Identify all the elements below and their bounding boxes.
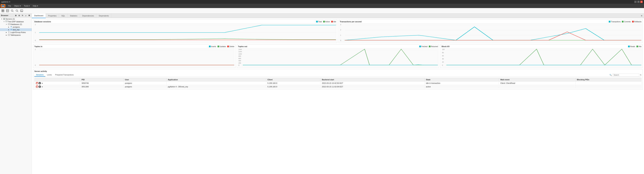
tuples-out-legend: Fetched Returned — [419, 46, 438, 48]
toolbar-terminal-btn[interactable] — [20, 8, 24, 13]
toolbar-table-btn[interactable] — [5, 8, 10, 13]
tab-sql[interactable]: SQL — [59, 14, 68, 18]
row-1-pid: 3050746 — [80, 82, 124, 85]
minimize-button[interactable]: — — [634, 1, 636, 3]
browser-terminal-btn[interactable]: ⌘ — [28, 14, 31, 17]
tab-statistics[interactable]: Statistics — [68, 14, 80, 18]
activity-tab-sessions[interactable]: Sessions — [34, 73, 45, 76]
browser-search-btn[interactable]: ⌕ — [24, 14, 27, 17]
block-io-chart: 100 80 60 40 20 0 — [442, 48, 642, 66]
toolbar-search-btn[interactable] — [15, 8, 19, 13]
close-button[interactable]: ✕ — [640, 1, 643, 3]
menu-help[interactable]: Help ▾ — [31, 4, 40, 8]
toolbar-query-btn[interactable] — [10, 8, 14, 13]
block-io-legend: Reads Hits — [628, 46, 642, 48]
tab-dependencies[interactable]: Dependencies — [80, 14, 96, 18]
legend-rollbacks-dot — [632, 21, 634, 22]
legend-returned: Returned — [429, 46, 438, 48]
databases-label: Databases (2) — [10, 23, 22, 25]
tree-servers[interactable]: ▼ Servers (1) — [0, 18, 32, 20]
svg-point-22 — [6, 21, 7, 22]
tree-test-erp-db[interactable]: ▶ test_erp — [0, 28, 32, 31]
row-1-user: postgres — [124, 82, 166, 85]
row-2-expand-btn[interactable]: ▶ — [41, 86, 44, 88]
sessions-table-head: PID User Application Client Backend star… — [34, 78, 642, 82]
row-1-expand-btn[interactable]: ▶ — [41, 82, 44, 84]
row-1-actions: ⬤ ■ ▶ — [34, 82, 80, 85]
row-1-application — [166, 82, 266, 85]
activity-search-area: 🔍 ↻ — [610, 74, 642, 76]
legend-hits: Hits — [636, 46, 642, 48]
yaxis-ti0: 0 — [35, 64, 39, 66]
legend-total: Total — [316, 21, 322, 23]
col-state: State — [424, 78, 499, 82]
svg-point-26 — [8, 32, 10, 32]
row-1-cancel-btn[interactable]: ■ — [38, 82, 41, 84]
col-actions — [34, 78, 80, 82]
activity-tab-prepared-tx[interactable]: Prepared Transactions — [53, 73, 75, 76]
col-user: User — [124, 78, 166, 82]
transactions-panel: Transactions per second Transactions Com… — [338, 20, 643, 43]
activity-tab-locks[interactable]: Locks — [45, 73, 54, 76]
db-sessions-yaxis: 2 1 0 — [34, 24, 39, 42]
tuples-in-panel: Tuples in Inserts Updates — [33, 44, 236, 68]
tuples-in-header: Tuples in Inserts Updates — [34, 46, 234, 48]
tuples-out-header: Tuples out Fetched Returned — [238, 46, 438, 48]
row-1-terminate-btn[interactable]: ⬤ — [36, 82, 38, 84]
svg-rect-4 — [2, 11, 3, 12]
db-sessions-plot — [39, 24, 336, 42]
legend-reads-label: Reads — [630, 46, 635, 48]
legend-hits-label: Hits — [639, 46, 642, 48]
tree-tablespaces[interactable]: ▶ Tablespaces — [0, 34, 32, 36]
db-sessions-panel: Database sessions Total Active — [33, 20, 337, 43]
activity-refresh-btn[interactable]: ↻ — [640, 74, 642, 76]
browser-expand-btn[interactable]: ⊞ — [14, 14, 17, 17]
legend-fetched-label: Fetched — [422, 46, 428, 48]
menu-tools[interactable]: Tools ▾ — [23, 4, 31, 8]
tab-dependents[interactable]: Dependents — [96, 14, 111, 18]
tree-test-erp[interactable]: ▼ Test ERP database — [0, 20, 32, 23]
tree-postgres[interactable]: ▶ postgres — [0, 26, 32, 28]
legend-rollbacks-label: Rollbacks — [634, 21, 642, 23]
menu-file[interactable]: File — [7, 4, 12, 7]
search-icon: 🔍 — [610, 74, 612, 76]
row-2-terminate-btn[interactable]: ⬤ — [36, 86, 38, 88]
app-title: pgAdmin 4 — [1, 1, 10, 3]
tuples-in-chart: 1 0 — [34, 48, 234, 66]
tree-databases[interactable]: ▼ Databases (2) — [0, 23, 32, 26]
toolbar — [0, 8, 644, 14]
row-2-application: pgAdmin 4 - DB:test_erp — [166, 85, 266, 88]
db-sessions-title: Database sessions — [34, 20, 51, 23]
servers-icon — [3, 18, 5, 20]
menu-object[interactable]: Object ▾ — [13, 4, 22, 8]
postgres-db-icon — [10, 26, 12, 28]
yaxis-ti1: 1 — [35, 48, 39, 50]
browser-collapse-btn[interactable]: ⊟ — [18, 14, 21, 17]
activity-search-input[interactable] — [612, 74, 639, 76]
test-erp-label: Test ERP database — [8, 20, 24, 23]
restore-button[interactable]: ❐ — [637, 1, 640, 3]
db-sessions-header: Database sessions Total Active — [34, 20, 336, 23]
svg-rect-6 — [6, 10, 9, 12]
login-roles-icon — [8, 31, 10, 34]
row-1-action-btns: ⬤ ■ ▶ — [36, 82, 79, 84]
toolbar-browser-btn[interactable] — [1, 8, 5, 13]
row-2-user: postgres — [124, 85, 166, 88]
toggle-databases: ▼ — [5, 23, 8, 25]
tab-dashboard[interactable]: Dashboard — [32, 14, 46, 18]
tuples-in-yaxis: 1 0 — [34, 48, 39, 66]
content-close-btn[interactable]: ✕ — [639, 14, 644, 17]
toggle-test-erp-db: ▶ — [8, 29, 10, 31]
row-2-client: 5.199.160.9 — [266, 85, 320, 88]
row-2-blocking-pids — [576, 85, 641, 88]
sessions-table-body: ⬤ ■ ▶ 3050746 postgres 5.199.160.9 2022-… — [34, 82, 642, 88]
transactions-title: Transactions per second — [340, 20, 362, 23]
legend-fetched: Fetched — [419, 46, 428, 48]
tuples-in-title: Tuples in — [34, 46, 42, 48]
browser-refresh-btn[interactable]: ↻ — [21, 14, 24, 17]
tuples-out-title: Tuples out — [238, 46, 247, 48]
tab-properties[interactable]: Properties — [46, 14, 59, 18]
col-application: Application — [166, 78, 266, 82]
row-2-cancel-btn[interactable]: ■ — [38, 86, 41, 88]
tree-login-roles[interactable]: ▶ Login/Group Roles — [0, 31, 32, 34]
